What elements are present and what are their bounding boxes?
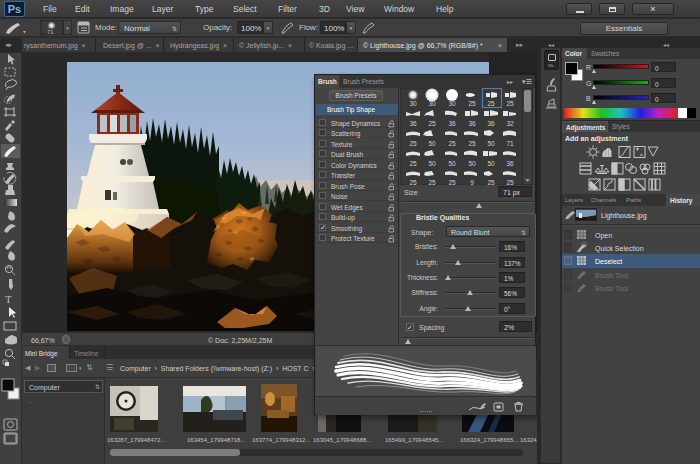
svg-text:25: 25 [487, 100, 495, 107]
svg-text:50: 50 [487, 140, 495, 147]
svg-text:32: 32 [506, 120, 514, 127]
svg-text:25: 25 [468, 100, 476, 107]
svg-text:25: 25 [409, 140, 417, 147]
svg-text:36: 36 [506, 160, 514, 167]
svg-text:T: T [5, 293, 12, 305]
svg-text:25: 25 [506, 100, 514, 107]
svg-text:30: 30 [409, 100, 417, 107]
svg-text:25: 25 [468, 140, 476, 147]
svg-text:36: 36 [448, 120, 456, 127]
svg-text:50: 50 [468, 160, 476, 167]
svg-text:25: 25 [487, 179, 495, 185]
svg-text:36: 36 [487, 120, 495, 127]
svg-text:50: 50 [487, 160, 495, 167]
svg-text:25: 25 [506, 179, 514, 185]
svg-text:30: 30 [428, 100, 436, 107]
svg-text:50: 50 [428, 160, 436, 167]
svg-text:36: 36 [468, 120, 476, 127]
svg-text:25: 25 [448, 179, 456, 185]
svg-text:71: 71 [506, 140, 514, 147]
svg-text:25: 25 [428, 120, 436, 127]
svg-text:25: 25 [448, 140, 456, 147]
svg-text:50: 50 [428, 140, 436, 147]
svg-text:25: 25 [409, 160, 417, 167]
svg-text:25: 25 [428, 179, 436, 185]
svg-text:50: 50 [448, 160, 456, 167]
svg-text:36: 36 [409, 120, 417, 127]
svg-text:9: 9 [470, 179, 474, 185]
svg-text:25: 25 [409, 179, 417, 185]
svg-text:30: 30 [448, 100, 456, 107]
